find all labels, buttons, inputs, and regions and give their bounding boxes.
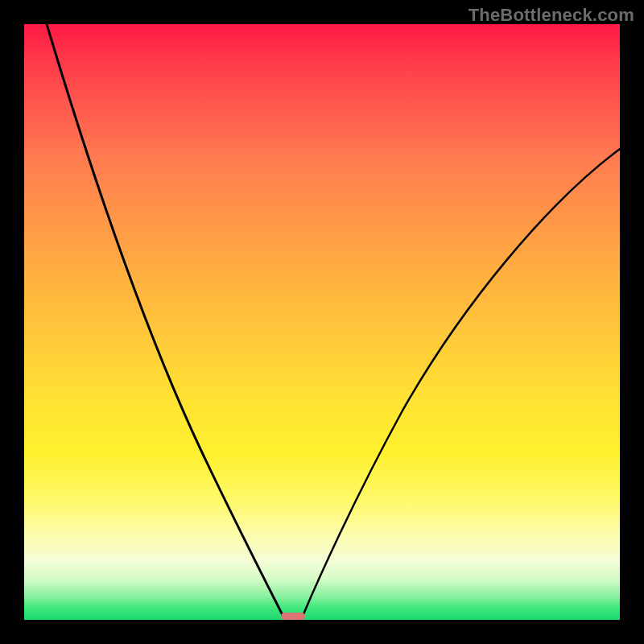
left-curve — [47, 24, 285, 620]
curve-layer — [0, 0, 644, 644]
right-curve — [301, 149, 620, 620]
bottleneck-marker — [281, 613, 305, 620]
chart-frame: TheBottleneck.com — [0, 0, 644, 644]
